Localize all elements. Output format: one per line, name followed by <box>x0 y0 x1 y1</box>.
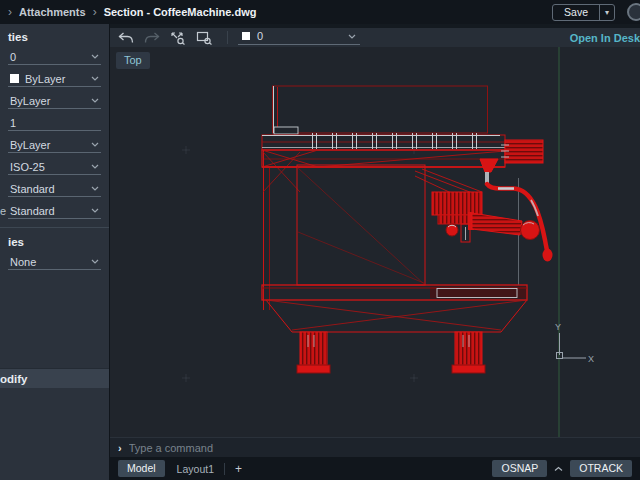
coffee-machine-drawing[interactable]: Y X <box>110 47 640 437</box>
open-in-desktop-link[interactable]: Open In Desk <box>570 32 640 44</box>
section-divider <box>0 227 109 228</box>
save-button[interactable]: Save <box>553 6 599 18</box>
table-style-value: Standard <box>10 205 55 217</box>
chevron-down-icon <box>91 259 99 264</box>
property-row-color: ByLayer <box>8 73 101 87</box>
modify-section-header[interactable]: odify <box>0 368 109 388</box>
properties-header-clipped: ties <box>8 31 101 46</box>
upper-body-band[interactable] <box>262 150 505 167</box>
clipped-label-sliver: e <box>0 205 6 217</box>
zoom-extents-icon[interactable] <box>170 31 186 45</box>
linetype-value: ByLayer <box>10 95 50 107</box>
property-row-lineweight: ByLayer <box>8 139 101 153</box>
portafilter[interactable] <box>468 212 540 240</box>
base-skirt[interactable] <box>266 300 527 332</box>
undo-icon[interactable] <box>118 32 134 44</box>
side-knob-block[interactable] <box>501 140 543 163</box>
lineweight-select[interactable]: ByLayer <box>8 139 101 153</box>
save-split-button: Save ▾ <box>552 4 615 21</box>
dim-style-select[interactable]: ISO-25 <box>8 161 101 175</box>
property-row-layer: 0 <box>8 51 101 65</box>
none-select[interactable]: None <box>8 256 101 270</box>
cup-warmer-deck[interactable] <box>262 133 505 150</box>
drawing-viewport[interactable]: Top <box>110 47 640 437</box>
drip-tray[interactable] <box>262 285 527 300</box>
user-avatar[interactable] <box>627 3 640 21</box>
left-foot[interactable] <box>297 332 330 373</box>
ucs-x-label: X <box>588 354 594 364</box>
color-swatch <box>10 74 19 83</box>
ucs-y-label: Y <box>555 322 561 332</box>
text-style-value: Standard <box>10 183 55 195</box>
property-row-none: None <box>8 256 101 270</box>
modify-label-clipped: odify <box>0 373 27 385</box>
property-row-text-style: Standard <box>8 183 101 197</box>
left-panel-edge[interactable] <box>263 150 300 310</box>
back-panel[interactable] <box>273 86 488 134</box>
funnel[interactable] <box>480 159 498 184</box>
chevron-down-icon <box>91 186 99 191</box>
viewport-toolbar: 0 Open In Desk <box>110 28 640 47</box>
chevron-down-icon <box>91 98 99 103</box>
property-row-table-style: e Standard <box>8 205 101 219</box>
linetype-scale-input[interactable]: 1 <box>8 117 101 131</box>
statusbar-divider <box>224 463 225 475</box>
view-cube-top[interactable]: Top <box>116 52 150 69</box>
chevron-down-icon <box>348 34 356 39</box>
chevron-down-icon <box>91 142 99 147</box>
statusbar-right-group: OSNAP OTRACK <box>492 460 632 477</box>
text-style-select[interactable]: Standard <box>8 183 101 197</box>
layer-dropdown[interactable]: 0 <box>238 30 360 45</box>
dim-style-value: ISO-25 <box>10 161 45 173</box>
osnap-toggle[interactable]: OSNAP <box>492 460 547 477</box>
color-select[interactable]: ByLayer <box>8 73 101 87</box>
properties-panel: ties 0 ByLayer ByLayer 1 <box>0 24 110 480</box>
tab-model[interactable]: Model <box>118 460 165 477</box>
linetype-select[interactable]: ByLayer <box>8 95 101 109</box>
chevron-up-icon[interactable] <box>554 466 563 472</box>
none-value: None <box>10 256 36 268</box>
status-bar: Model Layout1 + OSNAP OTRACK <box>110 457 640 480</box>
breadcrumb-chevron-icon[interactable]: › <box>8 5 12 19</box>
chevron-down-icon <box>91 208 99 213</box>
tab-layout1[interactable]: Layout1 <box>177 463 214 475</box>
layer-color-swatch <box>242 32 250 40</box>
zoom-window-icon[interactable] <box>196 31 213 45</box>
layer-value: 0 <box>10 51 16 63</box>
document-title: Section - CoffeeMachine.dwg <box>104 6 257 18</box>
property-row-linetype: ByLayer <box>8 95 101 109</box>
layer-dropdown-value: 0 <box>257 30 263 42</box>
ucs-icon: Y X <box>555 322 594 364</box>
table-style-select[interactable]: Standard <box>8 205 101 219</box>
breadcrumb-attachments[interactable]: Attachments <box>19 6 86 18</box>
command-prompt-icon: › <box>118 442 122 454</box>
color-value: ByLayer <box>25 73 65 85</box>
chevron-down-icon <box>91 54 99 59</box>
breadcrumb-separator-icon: › <box>93 5 97 19</box>
property-row-dim-style: ISO-25 <box>8 161 101 175</box>
chevron-down-icon <box>91 76 99 81</box>
top-bar: › Attachments › Section - CoffeeMachine.… <box>0 0 640 24</box>
add-layout-button[interactable]: + <box>235 462 242 476</box>
linetype-scale-value: 1 <box>10 117 16 129</box>
command-bar: › <box>110 437 640 457</box>
chevron-down-icon <box>91 164 99 169</box>
save-caret-icon[interactable]: ▾ <box>600 8 614 17</box>
lineweight-value: ByLayer <box>10 139 50 151</box>
command-input[interactable] <box>129 442 449 454</box>
right-foot[interactable] <box>452 332 485 373</box>
section2-header-clipped: ies <box>8 236 101 251</box>
property-row-linetype-scale: 1 <box>8 117 101 131</box>
redo-icon[interactable] <box>144 32 160 44</box>
otrack-toggle[interactable]: OTRACK <box>570 460 632 477</box>
layer-select[interactable]: 0 <box>8 51 101 65</box>
properties-panel-content: ties 0 ByLayer ByLayer 1 <box>0 24 109 270</box>
toolbar-separator <box>227 31 228 44</box>
